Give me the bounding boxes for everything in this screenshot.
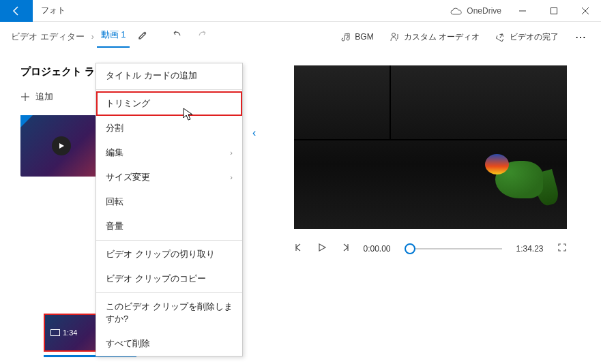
cloud-icon: [450, 7, 463, 15]
filmstrip-icon: [50, 329, 60, 336]
fullscreen-button[interactable]: [557, 243, 567, 254]
selected-corner-icon: [20, 115, 33, 127]
time-total: 1:34.23: [516, 244, 543, 254]
menu-edit[interactable]: 編集›: [96, 140, 242, 165]
menu-copy-clip[interactable]: ビデオ クリップのコピー: [96, 267, 242, 291]
menu-volume[interactable]: 音量: [96, 214, 242, 239]
back-button[interactable]: [0, 0, 33, 22]
chevron-right-icon: ›: [230, 173, 233, 181]
person-music-icon: [390, 32, 400, 42]
menu-resize[interactable]: サイズ変更›: [96, 165, 242, 189]
app-title: フォト: [41, 5, 65, 16]
onedrive-indicator[interactable]: OneDrive: [450, 6, 501, 16]
music-icon: [341, 32, 351, 42]
next-frame-button[interactable]: [340, 243, 350, 254]
time-current: 0:00.00: [364, 244, 391, 254]
custom-audio-button[interactable]: カスタム オーディオ: [383, 27, 486, 47]
prev-frame-button[interactable]: [294, 243, 304, 254]
minimize-button[interactable]: [507, 0, 538, 22]
more-button[interactable]: ⋯: [568, 31, 594, 44]
finish-video-button[interactable]: ビデオの完了: [489, 27, 566, 47]
playback-controls: 0:00.00 1:34.23: [294, 243, 567, 254]
breadcrumb-root[interactable]: ビデオ エディター: [7, 28, 89, 46]
plus-icon: [20, 92, 30, 102]
cursor-icon: [183, 108, 194, 121]
play-overlay-icon: [52, 136, 71, 155]
titlebar: フォト OneDrive: [0, 0, 601, 22]
clip-duration-badge: 1:34: [50, 329, 77, 337]
menu-delete-clip[interactable]: このビデオ クリップを削除しますか?: [96, 294, 242, 331]
svg-rect-7: [51, 330, 60, 336]
pencil-icon[interactable]: [138, 31, 147, 43]
menu-cut-clip[interactable]: ビデオ クリップの切り取り: [96, 242, 242, 267]
breadcrumb-active[interactable]: 動画 1: [97, 26, 130, 48]
svg-point-4: [392, 33, 395, 37]
collapse-chevron-icon[interactable]: ‹: [252, 127, 256, 139]
svg-rect-1: [551, 7, 557, 14]
play-button[interactable]: [317, 243, 327, 254]
preview-panel: 0:00.00 1:34.23: [273, 52, 601, 364]
menu-trim[interactable]: トリミング: [96, 91, 242, 116]
video-preview[interactable]: [294, 65, 567, 229]
maximize-button[interactable]: [538, 0, 570, 22]
menu-split[interactable]: 分割: [96, 116, 242, 140]
close-button[interactable]: [570, 0, 601, 22]
slider-handle[interactable]: [405, 243, 415, 254]
chevron-right-icon: ›: [91, 32, 94, 42]
menu-add-title-card[interactable]: タイトル カードの追加: [96, 63, 242, 88]
menu-rotate[interactable]: 回転: [96, 189, 242, 214]
seek-slider[interactable]: [405, 248, 503, 249]
bgm-button[interactable]: BGM: [334, 28, 380, 46]
menu-delete-all[interactable]: すべて削除: [96, 331, 242, 356]
redo-button[interactable]: [196, 29, 209, 44]
toolbar: ビデオ エディター › 動画 1 BGM カスタム オーディオ ビデオの完了 ⋯: [0, 22, 601, 52]
context-menu: タイトル カードの追加 トリミング 分割 編集› サイズ変更› 回転 音量 ビデ…: [96, 63, 243, 357]
chevron-right-icon: ›: [230, 149, 233, 157]
library-thumbnail[interactable]: [20, 115, 102, 177]
export-icon: [496, 32, 505, 42]
undo-button[interactable]: [171, 29, 183, 44]
